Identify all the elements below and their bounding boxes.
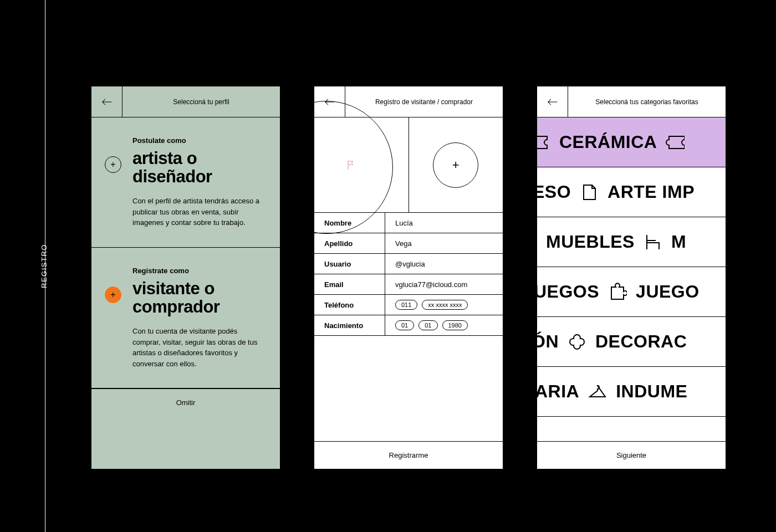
screen-title: Seleccioná tu perfil (122, 86, 280, 117)
avatar-upload[interactable]: + (409, 117, 503, 212)
profile-option-artist[interactable]: + Postulate como artista o diseñador Con… (91, 117, 280, 248)
profile-option-visitor[interactable]: + Registrate como visitante o comprador … (91, 248, 280, 388)
category-label: ARTE IMP (607, 182, 695, 202)
option-heading: artista o diseñador (132, 149, 266, 186)
category-label: INDUME (616, 381, 687, 402)
banner-upload[interactable] (314, 117, 409, 212)
spacer (314, 336, 503, 441)
apellido-input[interactable]: Vega (385, 239, 503, 248)
photo-upload-row: + (314, 117, 503, 213)
ticket-icon (666, 133, 685, 152)
nacimiento-input[interactable]: 01 01 1980 (385, 320, 503, 330)
register-button[interactable]: Registrarme (314, 441, 503, 469)
field-label: Apellido (314, 233, 385, 253)
option-body: Postulate como artista o diseñador Con e… (132, 136, 266, 228)
screens-row: Seleccioná tu perfil + Postulate como ar… (91, 86, 726, 469)
category-label: CERÁMICA (559, 132, 657, 152)
telefono-input[interactable]: 011 xx xxxx xxxx (385, 300, 503, 310)
field-label: Teléfono (314, 295, 385, 315)
field-telefono: Teléfono 011 xx xxxx xxxx (314, 295, 503, 315)
arrow-left-icon (548, 98, 558, 106)
nombre-input[interactable]: Lucía (385, 219, 503, 227)
option-heading: visitante o comprador (132, 279, 266, 316)
birth-year-pill[interactable]: 1980 (442, 320, 468, 330)
page-icon (580, 183, 599, 202)
next-button[interactable]: Siguiente (537, 441, 726, 469)
back-button[interactable] (537, 86, 568, 117)
page-section-label: REGISTRO (40, 244, 48, 288)
skip-button[interactable]: Omitir (91, 388, 280, 416)
screen-categories: Seleccioná tus categorias favoritas CERÁ… (537, 86, 726, 469)
puzzle-icon (608, 283, 627, 301)
category-arte-impreso[interactable]: ESO ARTE IMP (537, 167, 726, 217)
category-label-fragment: ARIA (537, 381, 579, 402)
category-indumentaria[interactable]: ARIA INDUME (537, 367, 726, 417)
field-email: Email vglucia77@icloud.com (314, 274, 503, 295)
category-decoracion[interactable]: ÓN DECORAC (537, 317, 726, 367)
phone-area-pill[interactable]: 011 (395, 300, 417, 310)
flag-icon (348, 161, 354, 172)
screen-register-form: Registro de visitante / comprador + Nomb… (314, 86, 503, 469)
plus-icon: + (105, 287, 121, 303)
field-nacimiento: Nacimiento 01 01 1980 (314, 315, 503, 336)
birth-day-pill[interactable]: 01 (395, 320, 414, 330)
option-description: Con el perfil de artista tendrás acceso … (132, 196, 266, 228)
usuario-input[interactable]: @vglucia (385, 260, 503, 268)
screen-select-profile: Seleccioná tu perfil + Postulate como ar… (91, 86, 280, 469)
category-label-fragment: UEGOS (537, 282, 599, 302)
ticket-icon (537, 133, 550, 152)
email-input[interactable]: vglucia77@icloud.com (385, 280, 503, 289)
add-photo-icon: + (433, 142, 478, 188)
chair-icon (644, 233, 662, 252)
field-label: Nacimiento (314, 315, 385, 335)
option-description: Con tu cuenta de visitante podés comprar… (132, 326, 266, 369)
screen-title: Seleccioná tus categorias favoritas (568, 86, 726, 117)
category-muebles[interactable]: MUEBLES M (537, 217, 726, 267)
field-usuario: Usuario @vglucia (314, 254, 503, 274)
category-label-fragment: M (671, 232, 686, 252)
field-label: Usuario (314, 254, 385, 274)
option-body: Registrate como visitante o comprador Co… (132, 267, 266, 369)
birth-month-pill[interactable]: 01 (418, 320, 437, 330)
field-apellido: Apellido Vega (314, 233, 503, 254)
category-label: MUEBLES (546, 232, 635, 252)
back-button[interactable] (91, 86, 122, 117)
category-label: JUEGO (636, 282, 700, 302)
option-eyebrow: Postulate como (132, 136, 266, 145)
category-list: CERÁMICA ESO ARTE IMP MUEBLES M UEGOS JU… (537, 117, 726, 441)
phone-number-pill[interactable]: xx xxxx xxxx (422, 300, 468, 310)
hanger-icon (588, 382, 607, 401)
category-label-fragment: ESO (537, 182, 571, 202)
category-label: DECORAC (595, 331, 687, 352)
category-juegos[interactable]: UEGOS JUEGO (537, 267, 726, 317)
plus-icon: + (105, 156, 121, 173)
field-label: Email (314, 274, 385, 294)
category-ceramica[interactable]: CERÁMICA (537, 117, 726, 167)
arrow-left-icon (102, 98, 112, 106)
screen-title: Registro de visitante / comprador (345, 86, 503, 117)
category-label-fragment: ÓN (537, 331, 559, 352)
topbar: Seleccioná tus categorias favoritas (537, 86, 726, 117)
clover-icon (568, 332, 586, 351)
option-eyebrow: Registrate como (132, 267, 266, 275)
topbar: Seleccioná tu perfil (91, 86, 280, 117)
spacer (537, 417, 726, 441)
